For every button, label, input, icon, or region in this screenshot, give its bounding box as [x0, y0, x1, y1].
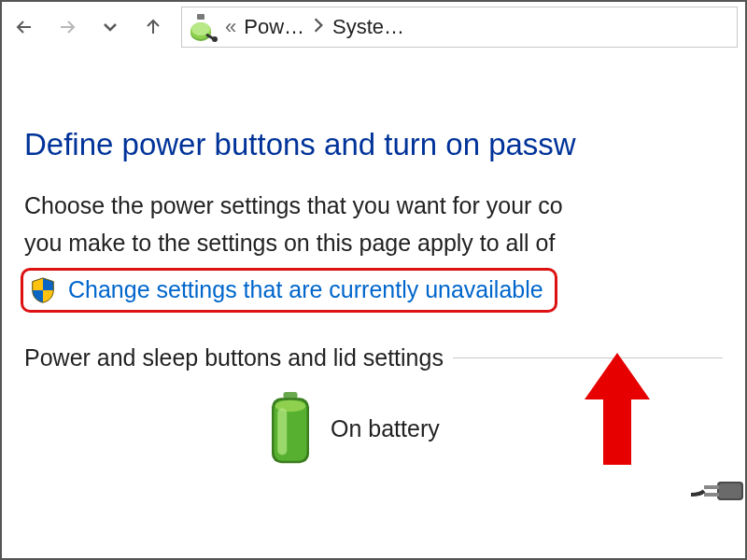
plugged-in-icon: [691, 463, 743, 515]
battery-icon: [267, 392, 314, 467]
page-description: you make to the settings on this page ap…: [24, 226, 723, 259]
change-settings-link[interactable]: Change settings that are currently unava…: [68, 276, 543, 303]
breadcrumb-item[interactable]: Syste…: [332, 15, 404, 39]
svg-rect-11: [719, 483, 741, 498]
forward-button[interactable]: [52, 12, 82, 42]
annotation-highlight: Change settings that are currently unava…: [21, 268, 557, 313]
chevron-right-icon: [310, 15, 327, 39]
uac-shield-icon: [29, 276, 57, 304]
on-battery-label: On battery: [331, 415, 440, 442]
nav-bar: « Pow… Syste…: [2, 2, 745, 52]
back-button[interactable]: [9, 12, 39, 42]
section-label: Power and sleep buttons and lid settings: [24, 344, 444, 371]
history-dropdown[interactable]: [95, 12, 125, 42]
annotation-arrow-icon: [585, 353, 650, 465]
up-button[interactable]: [138, 12, 168, 42]
svg-rect-9: [277, 408, 287, 455]
breadcrumb-overflow-icon[interactable]: «: [223, 15, 238, 39]
svg-rect-3: [197, 14, 204, 20]
page-title: Define power buttons and turn on passw: [24, 127, 723, 162]
svg-rect-13: [704, 493, 719, 497]
svg-rect-12: [704, 485, 719, 489]
svg-point-4: [212, 36, 218, 42]
address-bar[interactable]: « Pow… Syste…: [181, 7, 738, 48]
power-options-icon: [188, 12, 218, 42]
breadcrumb-item[interactable]: Pow…: [244, 15, 304, 39]
page-description: Choose the power settings that you want …: [24, 189, 723, 222]
